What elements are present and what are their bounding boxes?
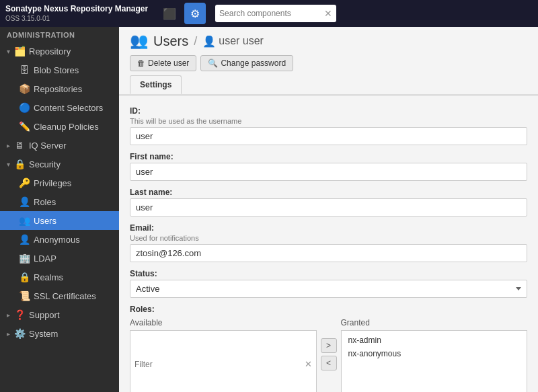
users-label: Users	[34, 216, 56, 226]
roles-label: Roles	[34, 197, 56, 207]
settings-tab-label: Settings	[140, 80, 171, 89]
content-area: 👥 Users / 👤 user user 🗑 Delete user 🔍 Ch…	[119, 27, 538, 392]
id-label: ID:	[130, 106, 527, 116]
filter-box[interactable]: ✕	[130, 330, 317, 392]
chevron-right-icon: ▸	[7, 142, 10, 149]
granted-role-nx-admin[interactable]: nx-admin	[346, 334, 523, 347]
iq-server-icon: 🖥	[14, 140, 25, 151]
sidebar-item-ldap[interactable]: 🏢 LDAP	[0, 249, 119, 268]
delete-user-button[interactable]: 🗑 Delete user	[130, 55, 196, 71]
sidebar-item-users[interactable]: 👥 Users	[0, 211, 119, 230]
email-input[interactable]	[130, 244, 527, 262]
page-title: Users	[153, 34, 188, 49]
realms-icon: 🔒	[19, 272, 30, 282]
email-label: Email:	[130, 223, 527, 233]
chevron-down-icon: ▾	[7, 48, 10, 55]
field-firstname: First name:	[130, 152, 527, 181]
filter-clear-icon[interactable]: ✕	[305, 359, 312, 369]
sidebar-item-content-selectors[interactable]: 🔵 Content Selectors	[0, 98, 119, 117]
realms-label: Realms	[34, 272, 63, 282]
repository-group: ▾ 🗂️ Repository 🗄 Blob Stores 📦 Reposito…	[0, 42, 119, 136]
breadcrumb: 👥 Users / 👤 user user	[130, 32, 527, 50]
content-selectors-label: Content Selectors	[34, 103, 103, 113]
trash-icon: 🗑	[137, 58, 145, 68]
app-logo: Sonatype Nexus Repository Manager OSS 3.…	[5, 4, 148, 24]
sidebar-group-repository[interactable]: ▾ 🗂️ Repository	[0, 42, 119, 61]
firstname-label: First name:	[130, 152, 527, 161]
lastname-input[interactable]	[130, 198, 527, 217]
repositories-label: Repositories	[34, 84, 82, 94]
repositories-icon: 📦	[19, 83, 30, 94]
field-lastname: Last name:	[130, 188, 527, 217]
tabs-bar: Settings	[130, 75, 527, 94]
status-select[interactable]: Active Disabled	[130, 280, 527, 298]
id-sublabel: This will be used as the username	[130, 117, 527, 125]
available-label: Available	[130, 318, 317, 327]
sidebar-item-privileges[interactable]: 🔑 Privileges	[0, 173, 119, 192]
system-icon: ⚙️	[14, 328, 25, 339]
search-box[interactable]: ✕	[215, 5, 336, 22]
sidebar-item-realms[interactable]: 🔒 Realms	[0, 268, 119, 286]
user-sub-icon: 👤	[202, 35, 216, 48]
delete-user-label: Delete user	[148, 58, 189, 68]
sidebar-item-ssl-certs[interactable]: 📜 SSL Certificates	[0, 286, 119, 305]
sidebar-item-anonymous[interactable]: 👤 Anonymous	[0, 230, 119, 249]
content-selectors-icon: 🔵	[19, 102, 30, 113]
breadcrumb-sub: 👤 user user	[202, 35, 264, 48]
topbar-icons: ⬛ ⚙	[159, 3, 206, 24]
cleanup-policies-label: Cleanup Policies	[34, 122, 99, 132]
change-password-button[interactable]: 🔍 Change password	[200, 55, 293, 71]
topbar: Sonatype Nexus Repository Manager OSS 3.…	[0, 0, 538, 27]
support-icon: ❓	[14, 309, 25, 320]
users-page-icon: 👥	[130, 32, 148, 50]
sidebar-item-blob-stores[interactable]: 🗄 Blob Stores	[0, 61, 119, 79]
anonymous-icon: 👤	[19, 234, 30, 245]
id-input[interactable]	[130, 127, 527, 145]
roles-arrow-col: > <	[317, 318, 341, 370]
security-group: ▾ 🔒 Security 🔑 Privileges 👤 Roles 👥 User…	[0, 155, 119, 305]
main-layout: Administration ▾ 🗂️ Repository 🗄 Blob St…	[0, 27, 538, 392]
settings-icon-btn[interactable]: ⚙	[184, 3, 206, 24]
action-bar: 🗑 Delete user 🔍 Change password	[130, 55, 527, 71]
chevron-down-icon2: ▾	[7, 161, 10, 168]
ldap-label: LDAP	[34, 253, 56, 264]
grant-role-button[interactable]: >	[321, 338, 337, 353]
granted-col: Granted nx-admin nx-anonymous	[341, 318, 528, 392]
blob-stores-label: Blob Stores	[34, 65, 79, 75]
sidebar-group-system[interactable]: ▸ ⚙️ System	[0, 324, 119, 343]
key-icon: 🔍	[208, 58, 218, 68]
sidebar-item-repositories[interactable]: 📦 Repositories	[0, 79, 119, 98]
field-id: ID: This will be used as the username	[130, 106, 527, 145]
ldap-icon: 🏢	[19, 253, 30, 264]
revoke-role-button[interactable]: <	[321, 356, 337, 370]
form-area: ID: This will be used as the username Fi…	[119, 95, 538, 392]
search-clear-icon[interactable]: ✕	[324, 8, 332, 19]
ssl-certs-icon: 📜	[19, 290, 30, 301]
cube-icon-btn[interactable]: ⬛	[159, 3, 180, 24]
granted-role-nx-anonymous[interactable]: nx-anonymous	[346, 347, 523, 360]
field-email: Email: Used for notifications	[130, 223, 527, 262]
field-status: Status: Active Disabled	[130, 269, 527, 298]
page-header: 👥 Users / 👤 user user 🗑 Delete user 🔍 Ch…	[119, 27, 538, 95]
sidebar-item-cleanup-policies[interactable]: ✏️ Cleanup Policies	[0, 117, 119, 136]
field-roles: Roles: Available ✕ > <	[130, 305, 527, 392]
sidebar-group-security[interactable]: ▾ 🔒 Security	[0, 155, 119, 173]
sidebar-item-roles[interactable]: 👤 Roles	[0, 192, 119, 211]
tab-settings[interactable]: Settings	[130, 75, 182, 94]
available-col: Available ✕	[130, 318, 317, 392]
sidebar-group-iq-server[interactable]: ▸ 🖥 IQ Server	[0, 136, 119, 155]
cleanup-policies-icon: ✏️	[19, 121, 30, 132]
change-password-label: Change password	[221, 58, 286, 68]
users-icon: 👥	[19, 215, 30, 226]
firstname-input[interactable]	[130, 163, 527, 181]
breadcrumb-sub-label: user user	[219, 35, 264, 47]
sidebar-group-support[interactable]: ▸ ❓ Support	[0, 305, 119, 324]
search-input[interactable]	[219, 9, 321, 18]
chevron-right-icon2: ▸	[7, 311, 10, 319]
security-icon: 🔒	[14, 159, 25, 169]
ssl-certs-label: SSL Certificates	[34, 291, 96, 301]
sidebar: Administration ▾ 🗂️ Repository 🗄 Blob St…	[0, 27, 119, 392]
repository-label: Repository	[29, 46, 71, 56]
system-label: System	[29, 329, 58, 339]
roles-filter-input[interactable]	[134, 360, 302, 369]
